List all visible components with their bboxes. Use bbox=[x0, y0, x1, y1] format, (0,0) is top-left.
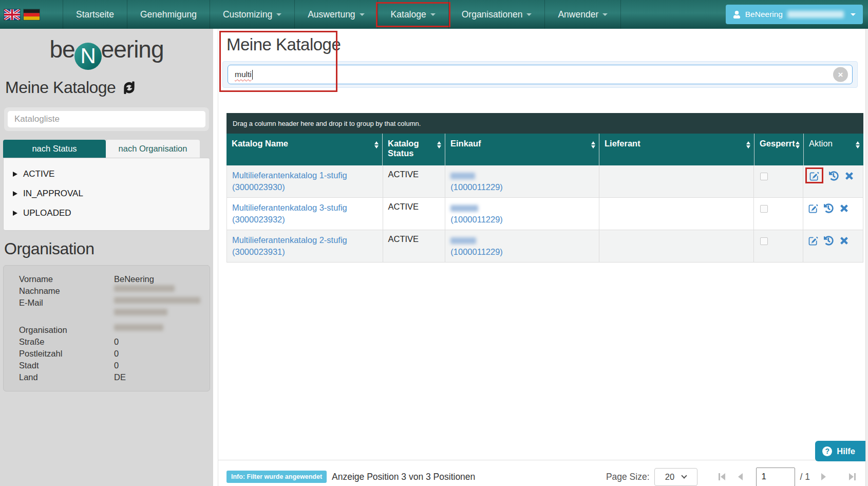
einkauf-id-link[interactable]: (1000011229) bbox=[450, 181, 595, 193]
search-input-value: multi bbox=[235, 70, 252, 79]
nav-item-anwender[interactable]: Anwender bbox=[544, 0, 621, 29]
org-value: 0 bbox=[114, 348, 119, 360]
edit-icon[interactable] bbox=[808, 236, 818, 246]
redacted-value bbox=[114, 285, 175, 292]
cell-lieferant bbox=[599, 165, 754, 197]
column-header-katalog-status[interactable]: Katalog Status bbox=[382, 134, 445, 165]
status-item-uploaded[interactable]: UPLOADED bbox=[4, 203, 210, 223]
column-header-aktion[interactable]: Aktion bbox=[803, 134, 863, 165]
chevron-down-icon bbox=[602, 13, 608, 16]
chevron-down-icon bbox=[851, 13, 856, 16]
sort-icon[interactable] bbox=[796, 141, 800, 148]
sort-icon[interactable] bbox=[746, 141, 750, 148]
cell-lieferant bbox=[599, 198, 754, 230]
pagination-controls: Page Size: 20 / 1 bbox=[606, 468, 861, 486]
refresh-icon[interactable] bbox=[123, 81, 136, 94]
delete-icon[interactable] bbox=[844, 171, 854, 181]
chevron-down-icon bbox=[360, 13, 365, 16]
sort-icon[interactable] bbox=[591, 141, 595, 148]
org-label: Nachname bbox=[19, 285, 114, 297]
redacted-value bbox=[114, 324, 163, 331]
page-size-label: Page Size: bbox=[606, 472, 650, 482]
einkauf-id-link[interactable]: (1000011229) bbox=[450, 214, 595, 226]
catalog-name-link[interactable]: Multilieferantenkatalog 1-stufig bbox=[232, 170, 379, 181]
nav-menu: Startseite Genehmigung Customizing Auswe… bbox=[63, 0, 621, 29]
history-icon[interactable] bbox=[824, 236, 834, 246]
nav-item-genehmigung[interactable]: Genehmigung bbox=[127, 0, 210, 29]
history-icon[interactable] bbox=[824, 203, 834, 213]
cell-einkauf: (1000011229) bbox=[445, 230, 599, 262]
spacer bbox=[19, 315, 204, 324]
de-flag-icon[interactable] bbox=[24, 9, 40, 20]
column-label: Aktion bbox=[809, 139, 833, 148]
page-size-select[interactable]: 20 bbox=[654, 468, 697, 486]
column-header-einkauf[interactable]: Einkauf bbox=[445, 134, 599, 165]
first-page-button[interactable] bbox=[713, 469, 731, 484]
sort-icon[interactable] bbox=[856, 141, 860, 148]
catalog-table: Drag a column header here and drop it to… bbox=[227, 113, 863, 263]
nav-item-organisationen[interactable]: Organisationen bbox=[448, 0, 545, 29]
last-page-button[interactable] bbox=[843, 469, 861, 484]
catalog-name-link[interactable]: Multilieferantenkatalog 3-stufig bbox=[232, 202, 379, 214]
delete-icon[interactable] bbox=[839, 203, 849, 213]
catalog-id-link[interactable]: (3000023930) bbox=[232, 181, 379, 193]
org-row-postleitzahl: Postleitzahl0 bbox=[19, 348, 204, 360]
history-icon[interactable] bbox=[829, 171, 839, 181]
org-label: Land bbox=[19, 371, 114, 383]
edit-icon[interactable] bbox=[808, 203, 818, 213]
nav-item-startseite[interactable]: Startseite bbox=[63, 0, 127, 29]
org-row-email-line2 bbox=[19, 309, 204, 315]
tab-nach-organisation[interactable]: nach Organisation bbox=[106, 140, 200, 158]
help-button[interactable]: ? Hilfe bbox=[815, 441, 865, 461]
gesperrt-checkbox[interactable] bbox=[760, 173, 768, 180]
nav-item-label: Auswertung bbox=[308, 9, 355, 20]
status-item-label: UPLOADED bbox=[23, 208, 71, 218]
main-content: Meine Kataloge multi × Drag a column hea… bbox=[218, 29, 865, 486]
next-page-button[interactable] bbox=[814, 469, 833, 484]
org-value: 0 bbox=[114, 360, 119, 371]
current-page-input[interactable] bbox=[756, 468, 795, 486]
org-row-nachname: Nachname bbox=[19, 285, 204, 297]
catalog-filter-input[interactable] bbox=[8, 111, 205, 127]
column-header-katalog-name[interactable]: Katalog Name bbox=[227, 134, 382, 165]
group-by-drop-zone[interactable]: Drag a column header here and drop it to… bbox=[227, 113, 863, 134]
edit-icon[interactable] bbox=[809, 171, 819, 181]
status-item-in-approval[interactable]: IN_APPROVAL bbox=[4, 184, 210, 203]
catalog-name-link[interactable]: Multilieferantenkatalog 2-stufig bbox=[232, 234, 379, 246]
expand-triangle-icon bbox=[13, 172, 17, 177]
catalog-id-link[interactable]: (3000023931) bbox=[232, 246, 379, 258]
footer-divider bbox=[218, 460, 865, 460]
org-row-email: E-Mail bbox=[19, 297, 204, 309]
column-header-lieferant[interactable]: Lieferant bbox=[599, 134, 754, 165]
scrollbar-track[interactable] bbox=[865, 29, 868, 486]
nav-item-customizing[interactable]: Customizing bbox=[210, 0, 294, 29]
sidebar: beNeering Meine Kataloge nach Status nac… bbox=[0, 29, 213, 486]
expand-triangle-icon bbox=[13, 191, 17, 196]
question-circle-icon: ? bbox=[822, 446, 832, 456]
status-item-active[interactable]: ACTIVE bbox=[4, 164, 210, 184]
sort-icon[interactable] bbox=[437, 141, 441, 148]
org-value: DE bbox=[114, 371, 126, 383]
column-header-gesperrt[interactable]: Gesperrt bbox=[754, 134, 803, 165]
prev-page-button[interactable] bbox=[731, 469, 750, 484]
gesperrt-checkbox[interactable] bbox=[760, 237, 768, 245]
page-total-label: / 1 bbox=[800, 472, 810, 482]
nav-item-kataloge[interactable]: Kataloge bbox=[378, 0, 448, 29]
delete-icon[interactable] bbox=[839, 236, 849, 246]
catalog-id-link[interactable]: (3000023932) bbox=[232, 214, 379, 226]
nav-item-label: Kataloge bbox=[391, 9, 426, 20]
user-menu-button[interactable]: BeNeering bbox=[726, 5, 863, 24]
einkauf-id-link[interactable]: (1000011229) bbox=[450, 246, 595, 258]
table-header-row: Katalog Name Katalog Status Einkauf Lief… bbox=[227, 134, 863, 165]
cell-katalog-name: Multilieferantenkatalog 1-stufig (300002… bbox=[227, 165, 383, 197]
catalog-search-input[interactable]: multi × bbox=[228, 65, 853, 84]
nav-item-auswertung[interactable]: Auswertung bbox=[294, 0, 377, 29]
uk-flag-icon[interactable] bbox=[4, 9, 20, 20]
cell-katalog-status: ACTIVE bbox=[383, 230, 445, 262]
clear-search-icon[interactable]: × bbox=[833, 67, 848, 82]
gesperrt-checkbox[interactable] bbox=[760, 205, 768, 213]
org-label: Straße bbox=[19, 336, 114, 348]
sort-icon[interactable] bbox=[374, 141, 379, 148]
tab-nach-status[interactable]: nach Status bbox=[3, 140, 106, 158]
nav-item-label: Organisationen bbox=[462, 9, 523, 20]
